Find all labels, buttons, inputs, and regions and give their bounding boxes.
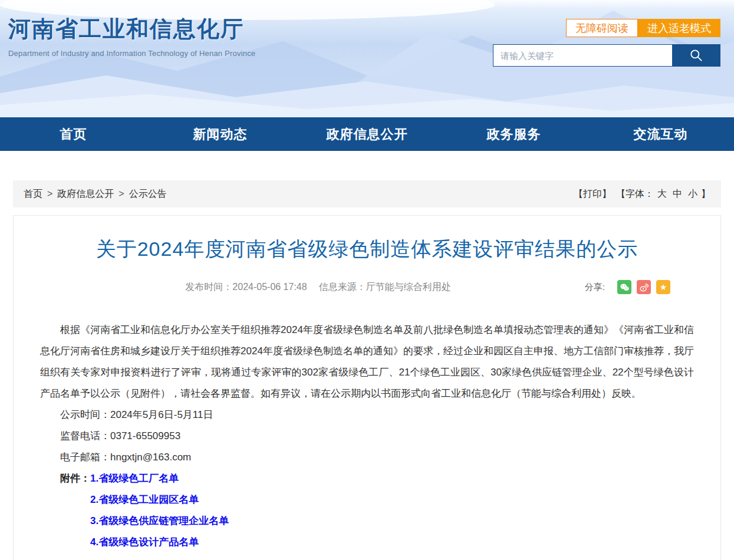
print-button[interactable]: 【打印】 [574,188,611,200]
attachment-row: 3.省级绿色供应链管理企业名单 [40,510,694,532]
site-title: 河南省工业和信息化厅 [8,14,255,44]
publish-time-label: 发布时间： [185,282,232,292]
site-banner: 河南省工业和信息化厅 Department of Industry and In… [0,0,734,117]
site-search [493,44,720,67]
article-body: 根据《河南省工业和信息化厅办公室关于组织推荐2024年度省级绿色制造名单及前八批… [40,319,694,553]
breadcrumb-separator: > [119,189,124,199]
breadcrumb-announcements[interactable]: 公示公告 [129,188,167,200]
favorite-share-icon[interactable]: ★ [656,280,670,294]
search-icon [689,48,704,63]
attachment-link-industrial-parks[interactable]: 2.省级绿色工业园区名单 [90,494,199,505]
site-logo: 河南省工业和信息化厅 Department of Industry and In… [8,14,255,58]
share-label: 分享: [585,282,605,293]
attachment-link-green-design[interactable]: 4.省级绿色设计产品名单 [90,536,199,548]
page-tools: 【打印】 【字体： 大 中 小 】 [574,188,710,200]
email-line: 电子邮箱：hngxtjn@163.com [40,447,694,468]
breadcrumb-bar: 首页 > 政府信息公开 > 公示公告 【打印】 【字体： 大 中 小 】 [13,180,721,207]
weibo-share-icon[interactable] [637,280,651,294]
supervision-phone-line: 监督电话：0371-65509953 [40,426,694,447]
attachment-row: 2.省级绿色工业园区名单 [40,489,694,510]
font-size-medium[interactable]: 中 [673,188,682,200]
search-button[interactable] [672,44,720,67]
nav-item-interaction[interactable]: 交流互动 [587,117,734,151]
attachment-link-supply-chain[interactable]: 3.省级绿色供应链管理企业名单 [90,515,229,526]
header-mode-buttons: 无障碍阅读 进入适老模式 [566,19,720,37]
nav-item-home[interactable]: 首页 [0,117,147,151]
accessibility-reading-button[interactable]: 无障碍阅读 [566,19,638,37]
share-box: 分享: ★ [585,280,670,294]
article-title: 关于2024年度河南省省级绿色制造体系建设评审结果的公示 [40,236,694,263]
breadcrumb-separator: > [47,189,52,199]
font-size-large[interactable]: 大 [657,188,667,200]
article-meta-row: 发布时间：2024-05-06 17:48信息来源：厅节能与综合利用处 分享: [40,278,694,296]
breadcrumb: 首页 > 政府信息公开 > 公示公告 [24,188,167,200]
attachment-link-green-factories[interactable]: 1.省级绿色工厂名单 [90,473,179,484]
main-navigation: 首页 新闻动态 政府信息公开 政务服务 交流互动 [0,117,734,151]
site-title-english: Department of Industry and Information T… [8,49,255,58]
font-size-small[interactable]: 小 [688,188,697,200]
attachment-row: 4.省级绿色设计产品名单 [40,532,694,553]
publish-time-value: 2024-05-06 17:48 [232,282,307,292]
nav-item-services[interactable]: 政务服务 [440,117,587,151]
attachments-label: 附件： [60,473,90,484]
source-value: 厅节能与综合利用处 [366,282,451,292]
article-card: 关于2024年度河南省省级绿色制造体系建设评审结果的公示 发布时间：2024-0… [13,215,721,560]
article-paragraph: 根据《河南省工业和信息化厅办公室关于组织推荐2024年度省级绿色制造名单及前八批… [40,319,694,404]
wechat-share-icon[interactable] [617,280,631,294]
search-input[interactable] [493,44,672,67]
publicity-period-line: 公示时间：2024年5月6日-5月11日 [40,404,694,426]
font-size-label-close: 】 [701,188,710,200]
nav-item-news[interactable]: 新闻动态 [147,117,294,151]
font-size-label: 【字体： [616,188,654,200]
source-label: 信息来源： [319,282,366,292]
elder-mode-button[interactable]: 进入适老模式 [638,19,720,37]
breadcrumb-gov-info[interactable]: 政府信息公开 [57,188,114,200]
nav-item-gov-info[interactable]: 政府信息公开 [294,117,440,151]
breadcrumb-home[interactable]: 首页 [24,188,42,200]
attachments-row: 附件：1.省级绿色工厂名单 [40,468,694,489]
